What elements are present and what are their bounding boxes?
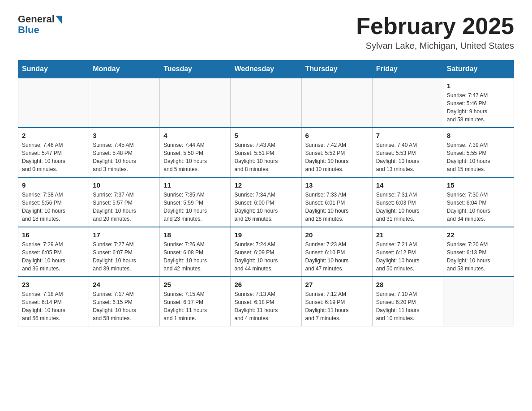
day-info: Sunrise: 7:26 AM Sunset: 6:08 PM Dayligh… (163, 240, 227, 273)
day-number: 8 (447, 132, 510, 139)
day-number: 26 (234, 281, 297, 288)
day-info: Sunrise: 7:12 AM Sunset: 6:19 PM Dayligh… (305, 290, 369, 322)
calendar-cell: 13Sunrise: 7:33 AM Sunset: 6:01 PM Dayli… (301, 177, 372, 227)
day-info: Sunrise: 7:43 AM Sunset: 5:51 PM Dayligh… (234, 141, 297, 173)
calendar-table: SundayMondayTuesdayWednesdayThursdayFrid… (18, 60, 514, 326)
calendar-header-row: SundayMondayTuesdayWednesdayThursdayFrid… (18, 60, 514, 78)
calendar-cell: 1Sunrise: 7:47 AM Sunset: 5:46 PM Daylig… (443, 78, 514, 128)
day-number: 21 (376, 231, 439, 239)
day-number: 13 (305, 181, 369, 189)
day-number: 6 (305, 132, 369, 139)
day-number: 15 (447, 181, 510, 189)
day-info: Sunrise: 7:42 AM Sunset: 5:52 PM Dayligh… (305, 141, 369, 173)
calendar-cell: 19Sunrise: 7:24 AM Sunset: 6:09 PM Dayli… (231, 227, 301, 277)
calendar-cell: 8Sunrise: 7:39 AM Sunset: 5:55 PM Daylig… (443, 128, 514, 177)
calendar-cell: 20Sunrise: 7:23 AM Sunset: 6:10 PM Dayli… (301, 227, 372, 277)
calendar-cell: 22Sunrise: 7:20 AM Sunset: 6:13 PM Dayli… (443, 227, 514, 277)
weekday-header-sunday: Sunday (18, 60, 89, 78)
calendar-week-1: 1Sunrise: 7:47 AM Sunset: 5:46 PM Daylig… (18, 78, 514, 128)
calendar-cell: 18Sunrise: 7:26 AM Sunset: 6:08 PM Dayli… (160, 227, 231, 277)
day-number: 27 (305, 281, 369, 288)
day-number: 14 (376, 181, 439, 189)
logo-general-text: General (18, 13, 55, 25)
day-number: 2 (22, 132, 85, 139)
day-info: Sunrise: 7:31 AM Sunset: 6:03 PM Dayligh… (376, 191, 439, 223)
calendar-cell: 24Sunrise: 7:17 AM Sunset: 6:15 PM Dayli… (89, 277, 160, 326)
day-number: 23 (22, 281, 85, 288)
calendar-cell: 7Sunrise: 7:40 AM Sunset: 5:53 PM Daylig… (372, 128, 443, 177)
calendar-cell: 6Sunrise: 7:42 AM Sunset: 5:52 PM Daylig… (301, 128, 372, 177)
day-info: Sunrise: 7:17 AM Sunset: 6:15 PM Dayligh… (93, 290, 156, 322)
day-number: 11 (163, 181, 227, 189)
weekday-header-monday: Monday (89, 60, 160, 78)
day-info: Sunrise: 7:39 AM Sunset: 5:55 PM Dayligh… (447, 141, 510, 173)
day-number: 9 (22, 181, 85, 189)
day-info: Sunrise: 7:45 AM Sunset: 5:48 PM Dayligh… (93, 141, 156, 173)
day-info: Sunrise: 7:29 AM Sunset: 6:05 PM Dayligh… (22, 240, 85, 273)
weekday-header-wednesday: Wednesday (231, 60, 301, 78)
day-number: 12 (234, 181, 297, 189)
calendar-cell: 12Sunrise: 7:34 AM Sunset: 6:00 PM Dayli… (231, 177, 301, 227)
day-info: Sunrise: 7:34 AM Sunset: 6:00 PM Dayligh… (234, 191, 297, 223)
day-number: 22 (447, 231, 510, 239)
day-number: 25 (163, 281, 227, 288)
day-info: Sunrise: 7:27 AM Sunset: 6:07 PM Dayligh… (93, 240, 156, 273)
calendar-cell: 10Sunrise: 7:37 AM Sunset: 5:57 PM Dayli… (89, 177, 160, 227)
day-info: Sunrise: 7:10 AM Sunset: 6:20 PM Dayligh… (376, 290, 439, 322)
day-number: 16 (22, 231, 85, 239)
day-number: 7 (376, 132, 439, 139)
calendar-cell (18, 78, 89, 128)
location-text: Sylvan Lake, Michigan, United States (356, 41, 514, 51)
day-info: Sunrise: 7:24 AM Sunset: 6:09 PM Dayligh… (234, 240, 297, 273)
day-info: Sunrise: 7:21 AM Sunset: 6:12 PM Dayligh… (376, 240, 439, 273)
day-number: 24 (93, 281, 156, 288)
day-info: Sunrise: 7:38 AM Sunset: 5:56 PM Dayligh… (22, 191, 85, 223)
calendar-cell: 4Sunrise: 7:44 AM Sunset: 5:50 PM Daylig… (160, 128, 231, 177)
calendar-cell: 25Sunrise: 7:15 AM Sunset: 6:17 PM Dayli… (160, 277, 231, 326)
day-info: Sunrise: 7:15 AM Sunset: 6:17 PM Dayligh… (163, 290, 227, 322)
day-number: 19 (234, 231, 297, 239)
logo-arrow-icon (56, 16, 62, 24)
calendar-cell: 26Sunrise: 7:13 AM Sunset: 6:18 PM Dayli… (231, 277, 301, 326)
calendar-cell (372, 78, 443, 128)
day-info: Sunrise: 7:30 AM Sunset: 6:04 PM Dayligh… (447, 191, 510, 223)
calendar-cell: 11Sunrise: 7:35 AM Sunset: 5:59 PM Dayli… (160, 177, 231, 227)
day-info: Sunrise: 7:23 AM Sunset: 6:10 PM Dayligh… (305, 240, 369, 273)
day-info: Sunrise: 7:35 AM Sunset: 5:59 PM Dayligh… (163, 191, 227, 223)
calendar-cell: 23Sunrise: 7:18 AM Sunset: 6:14 PM Dayli… (18, 277, 89, 326)
weekday-header-saturday: Saturday (443, 60, 514, 78)
calendar-cell: 14Sunrise: 7:31 AM Sunset: 6:03 PM Dayli… (372, 177, 443, 227)
calendar-cell: 2Sunrise: 7:46 AM Sunset: 5:47 PM Daylig… (18, 128, 89, 177)
weekday-header-friday: Friday (372, 60, 443, 78)
calendar-cell: 5Sunrise: 7:43 AM Sunset: 5:51 PM Daylig… (231, 128, 301, 177)
calendar-cell: 21Sunrise: 7:21 AM Sunset: 6:12 PM Dayli… (372, 227, 443, 277)
day-info: Sunrise: 7:20 AM Sunset: 6:13 PM Dayligh… (447, 240, 510, 273)
day-info: Sunrise: 7:33 AM Sunset: 6:01 PM Dayligh… (305, 191, 369, 223)
title-area: February 2025 Sylvan Lake, Michigan, Uni… (356, 13, 514, 51)
day-info: Sunrise: 7:18 AM Sunset: 6:14 PM Dayligh… (22, 290, 85, 322)
calendar-cell: 15Sunrise: 7:30 AM Sunset: 6:04 PM Dayli… (443, 177, 514, 227)
logo: General Blue (18, 13, 62, 36)
day-info: Sunrise: 7:13 AM Sunset: 6:18 PM Dayligh… (234, 290, 297, 322)
logo-blue-text: Blue (18, 24, 39, 36)
calendar-week-2: 2Sunrise: 7:46 AM Sunset: 5:47 PM Daylig… (18, 128, 514, 177)
day-info: Sunrise: 7:47 AM Sunset: 5:46 PM Dayligh… (447, 91, 510, 124)
calendar-cell: 16Sunrise: 7:29 AM Sunset: 6:05 PM Dayli… (18, 227, 89, 277)
day-number: 4 (163, 132, 227, 139)
calendar-cell: 17Sunrise: 7:27 AM Sunset: 6:07 PM Dayli… (89, 227, 160, 277)
day-number: 10 (93, 181, 156, 189)
calendar-week-5: 23Sunrise: 7:18 AM Sunset: 6:14 PM Dayli… (18, 277, 514, 326)
day-info: Sunrise: 7:44 AM Sunset: 5:50 PM Dayligh… (163, 141, 227, 173)
page-header: General Blue February 2025 Sylvan Lake, … (18, 13, 514, 51)
weekday-header-thursday: Thursday (301, 60, 372, 78)
month-title: February 2025 (356, 13, 514, 39)
day-info: Sunrise: 7:37 AM Sunset: 5:57 PM Dayligh… (93, 191, 156, 223)
day-number: 1 (447, 82, 510, 90)
calendar-cell (160, 78, 231, 128)
day-number: 28 (376, 281, 439, 288)
day-info: Sunrise: 7:40 AM Sunset: 5:53 PM Dayligh… (376, 141, 439, 173)
day-number: 18 (163, 231, 227, 239)
calendar-cell (443, 277, 514, 326)
calendar-cell: 27Sunrise: 7:12 AM Sunset: 6:19 PM Dayli… (301, 277, 372, 326)
day-number: 3 (93, 132, 156, 139)
